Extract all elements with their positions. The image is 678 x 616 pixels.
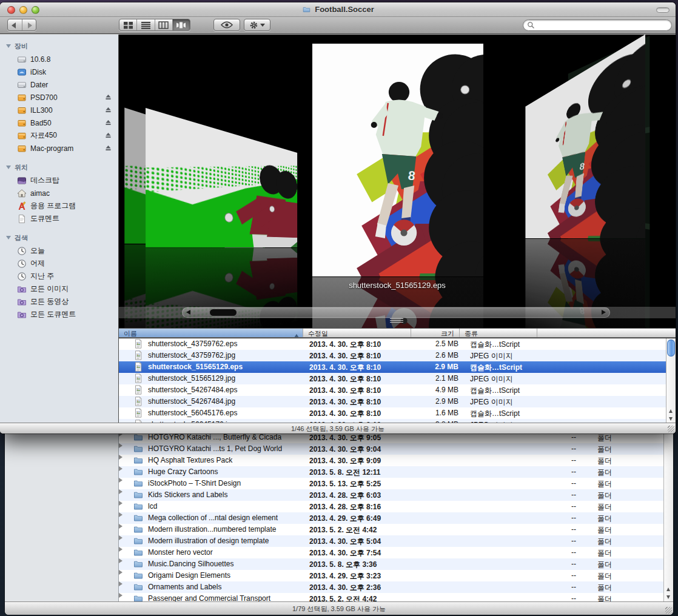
column-header-size[interactable]: 크기 xyxy=(411,329,460,337)
coverflow-scrollbar[interactable] xyxy=(182,307,610,318)
sidebar-item-external-drive[interactable]: ILL300 xyxy=(0,104,118,116)
folder-row[interactable]: lcd2013. 4. 28. 오후 8:16--폴더 xyxy=(119,501,663,512)
sidebar-item-external-drive[interactable]: PSD700 xyxy=(0,91,118,104)
disclosure-triangle-icon[interactable] xyxy=(119,455,125,460)
disclosure-triangle-icon[interactable] xyxy=(119,443,125,448)
eject-icon[interactable] xyxy=(104,144,112,152)
search-input[interactable] xyxy=(537,21,659,30)
coverflow-pane[interactable]: shutterstock_51565129.eps xyxy=(119,35,676,328)
sidebar-item-clock[interactable]: 지난 주 xyxy=(0,270,118,283)
eject-icon[interactable] xyxy=(104,106,112,114)
scroll-thumb[interactable] xyxy=(667,340,675,357)
coverflow-scroll-right-icon[interactable] xyxy=(602,310,606,315)
eject-icon[interactable] xyxy=(104,119,112,127)
disclosure-triangle-icon[interactable] xyxy=(119,489,125,494)
folder-row[interactable]: Ornaments and Labels2013. 4. 30. 오후 2:36… xyxy=(119,581,663,593)
title-bar[interactable]: Football.Soccer xyxy=(0,2,676,17)
coverflow-scroll-thumb[interactable] xyxy=(209,309,237,316)
sidebar-item-internal-drive[interactable]: Dater xyxy=(0,78,118,91)
disclosure-triangle-icon[interactable] xyxy=(6,236,11,242)
folder-row[interactable]: Modern illustration of design template20… xyxy=(119,535,663,547)
coverflow-scroll-left-icon[interactable] xyxy=(186,310,190,315)
disclosure-triangle-icon[interactable] xyxy=(119,570,125,575)
folder-row[interactable]: Modern illustration...numbered template2… xyxy=(119,524,663,535)
sidebar-item-clock[interactable]: 어제 xyxy=(0,257,118,270)
quick-look-button[interactable] xyxy=(213,19,240,31)
folder-row[interactable]: HOTGYRO Katachi ...ts 1, Pet Dog World20… xyxy=(119,443,663,455)
table-row[interactable]: shutterstock_54267484.jpg2013. 4. 30. 오후… xyxy=(119,396,676,407)
sidebar-section-header[interactable]: 장비 xyxy=(0,39,118,53)
sidebar-section-header[interactable]: 검색 xyxy=(0,231,118,244)
column-header-name[interactable]: 이름 xyxy=(119,329,303,337)
scroll-up-arrow[interactable] xyxy=(664,583,673,592)
disclosure-triangle-icon[interactable] xyxy=(119,501,125,506)
folder-row[interactable]: Mega collection of ...ntal design elemen… xyxy=(119,512,663,524)
toolbar-toggle-pill[interactable] xyxy=(656,7,670,13)
sidebar-item-smart-folder[interactable]: 모든 동영상 xyxy=(0,295,118,308)
folder-row[interactable]: iStockPhoto – T-Shirt Design2013. 5. 13.… xyxy=(119,478,663,489)
view-columns-button[interactable] xyxy=(155,19,172,30)
view-list-button[interactable] xyxy=(136,19,154,30)
sidebar-item-smart-folder[interactable]: 모든 이미지 xyxy=(0,283,118,295)
sidebar-item-document[interactable]: 도큐멘트 xyxy=(0,212,118,225)
disclosure-triangle-icon[interactable] xyxy=(119,524,125,529)
table-row[interactable]: shutterstock_51565129.jpg2013. 4. 30. 오후… xyxy=(119,373,676,384)
scroll-down-arrow[interactable] xyxy=(664,592,673,601)
disclosure-triangle-icon[interactable] xyxy=(119,547,125,552)
table-row[interactable]: shutterstock_43759762.jpg2013. 4. 30. 오후… xyxy=(119,350,676,361)
table-row[interactable]: shutterstock_56045176.eps2013. 4. 30. 오후… xyxy=(119,407,676,419)
sidebar-section-header[interactable]: 위치 xyxy=(0,161,118,174)
view-switcher[interactable] xyxy=(119,19,190,31)
eject-icon[interactable] xyxy=(104,132,112,139)
sidebar-item-smart-folder[interactable]: 모든 도큐멘트 xyxy=(0,308,118,321)
file-list-scrollbar[interactable] xyxy=(666,338,676,423)
table-row[interactable]: shutterstock_43759762.eps2013. 4. 30. 오후… xyxy=(119,338,676,350)
disclosure-triangle-icon[interactable] xyxy=(119,581,125,586)
sidebar-item-external-drive[interactable]: 자료450 xyxy=(0,129,118,142)
disclosure-triangle-icon[interactable] xyxy=(6,44,11,50)
scroll-up-arrow[interactable] xyxy=(666,405,676,413)
folder-row[interactable]: Origami Design Elements2013. 4. 29. 오후 3… xyxy=(119,570,663,581)
view-icon-button[interactable] xyxy=(119,19,136,30)
disclosure-triangle-icon[interactable] xyxy=(119,558,125,563)
back-button[interactable] xyxy=(8,19,22,30)
forward-button[interactable] xyxy=(22,19,36,30)
sidebar-item-idisk[interactable]: iDisk xyxy=(0,65,118,78)
disclosure-triangle-icon[interactable] xyxy=(6,166,11,172)
coverflow-divider-grip[interactable] xyxy=(390,318,403,324)
folder-row[interactable]: Huge Crazy Cartoons2013. 5. 8. 오전 12:11-… xyxy=(119,466,663,478)
disclosure-triangle-icon[interactable] xyxy=(119,466,125,471)
table-row[interactable]: shutterstock_51565129.eps2013. 4. 30. 오후… xyxy=(119,361,676,373)
folder-row[interactable]: Monster hero vector2013. 4. 30. 오후 7:54-… xyxy=(119,547,663,558)
background-list-scrollbar[interactable] xyxy=(663,432,673,601)
disclosure-triangle-icon[interactable] xyxy=(119,512,125,517)
folder-row[interactable]: Passenger and Commercial Transport2013. … xyxy=(119,593,663,601)
sidebar-item-internal-drive[interactable]: 10.6.8 xyxy=(0,53,118,65)
sidebar-item-home[interactable]: aimac xyxy=(0,187,118,199)
search-field[interactable] xyxy=(523,19,672,31)
action-menu-button[interactable] xyxy=(244,19,270,31)
column-header-kind[interactable]: 종류 xyxy=(460,329,537,337)
sidebar-item-applications[interactable]: 응용 프로그램 xyxy=(0,199,118,212)
view-coverflow-button[interactable] xyxy=(172,19,190,30)
eject-icon[interactable] xyxy=(104,93,112,101)
sidebar-item-desktop[interactable]: 데스크탑 xyxy=(0,174,118,187)
disclosure-triangle-icon[interactable] xyxy=(119,593,125,598)
file-size: 2.9 MB xyxy=(400,397,458,406)
disclosure-triangle-icon[interactable] xyxy=(119,535,125,540)
navigation-buttons[interactable] xyxy=(7,19,36,31)
resize-grip[interactable] xyxy=(665,607,672,614)
column-header-date[interactable]: 수정일 xyxy=(303,329,411,337)
table-row[interactable]: shutterstock_54267484.eps2013. 4. 30. 오후… xyxy=(119,384,676,396)
sidebar-item-external-drive[interactable]: Mac-program xyxy=(0,142,118,155)
resize-grip[interactable] xyxy=(668,426,674,432)
disclosure-triangle-icon[interactable] xyxy=(119,478,125,483)
sidebar-item-external-drive[interactable]: Bad50 xyxy=(0,116,118,129)
finder-window[interactable]: Football.Soccer 장비10.6.8iDiskDaterPSD700… xyxy=(0,2,676,434)
folder-row[interactable]: Kids Stickers and Labels2013. 4. 28. 오후 … xyxy=(119,489,663,501)
scroll-down-arrow[interactable] xyxy=(666,414,676,423)
folder-row[interactable]: Music.Dancing Silhouettes2013. 5. 8. 오후 … xyxy=(119,558,663,570)
sidebar-item-clock[interactable]: 오늘 xyxy=(0,244,118,257)
cover-previous-1[interactable] xyxy=(146,108,297,328)
folder-row[interactable]: HQ Asphalt Textures Pack2013. 4. 30. 오후 … xyxy=(119,455,663,466)
